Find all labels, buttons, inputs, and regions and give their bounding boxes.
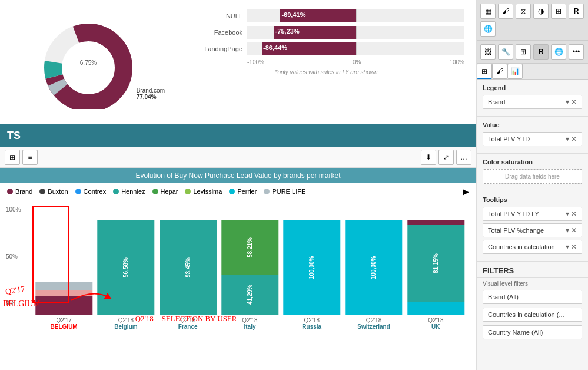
toolbar-btn-2[interactable]: ≡ bbox=[22, 150, 38, 165]
waterfall-chart: NULL-69,41%Facebook-75,23%LandingPage-86… bbox=[177, 0, 476, 124]
legend-title: Legend bbox=[483, 84, 582, 91]
legend-item: Henniez bbox=[113, 188, 145, 195]
bar-x-label: Q2'18 bbox=[118, 317, 134, 323]
bar-country-label: France bbox=[178, 323, 198, 330]
tooltips-section: Tooltips Total PLV YTD LY ▾ ✕ Total PLV … bbox=[477, 191, 588, 262]
legend-item: Buxton bbox=[39, 188, 68, 195]
rp-icon-globe[interactable]: 🌐 bbox=[480, 21, 496, 37]
bar-x-label: Q2'18 bbox=[242, 317, 257, 323]
tab-fields[interactable]: ⊞ bbox=[477, 64, 492, 79]
rp-icon-funnel[interactable]: ⧖ bbox=[516, 4, 531, 19]
axis-labels: -100% 0% 100% bbox=[188, 59, 464, 65]
chart-note: *only values with sales in LY are shown bbox=[188, 69, 464, 75]
waterfall-bar-row: NULL-69,41% bbox=[188, 9, 464, 22]
drag-area[interactable]: Drag data fields here bbox=[483, 169, 582, 184]
svg-text:6,75%: 6,75% bbox=[80, 60, 97, 66]
legend-item: Contrex bbox=[75, 188, 107, 195]
rp-icon-ellipsis[interactable]: ••• bbox=[569, 44, 584, 60]
total-plv-remove[interactable]: ▾ ✕ bbox=[566, 135, 577, 143]
bar-country-label: BELGIUM bbox=[51, 323, 78, 330]
tooltips-title: Tooltips bbox=[483, 196, 582, 203]
y-axis: 100% 50% 0% bbox=[6, 206, 21, 306]
main-chart: Evolution of Buy Now Purchase Lead Value… bbox=[0, 168, 476, 330]
bar-group: Q2'17BELGIUM bbox=[35, 220, 92, 330]
value-title: Value bbox=[483, 121, 582, 128]
filter-countries-calc[interactable]: Countries in calculation (... bbox=[483, 308, 582, 322]
right-panel: ▦ 🖌 ⧖ ◑ ⊞ R 🌐 🖼 🔧 ⊞ R 🌐 ••• ⊞ 🖌 📊 Legend… bbox=[476, 0, 588, 370]
rp-icon-rainbow[interactable]: ◑ bbox=[533, 4, 549, 19]
legend-item: PURE LIFE bbox=[264, 188, 305, 195]
chart-legend: BrandBuxtonContrexHenniezHeparLevissimaP… bbox=[0, 183, 476, 200]
total-plv-ytd-field[interactable]: Total PLV YTD ▾ ✕ bbox=[483, 132, 582, 146]
rp-icon-table[interactable]: ▦ bbox=[480, 4, 496, 19]
legend-item: Brand bbox=[7, 188, 32, 195]
chart-title: Evolution of Buy Now Purchase Lead Value… bbox=[0, 168, 476, 183]
bar-country-label: Russia bbox=[302, 323, 321, 330]
color-sat-section: Color saturation Drag data fields here bbox=[477, 154, 588, 191]
filter-country-name[interactable]: Country Name (All) bbox=[483, 325, 582, 339]
waterfall-bar-row: LandingPage-86,44% bbox=[188, 42, 464, 55]
bar-country-label: UK bbox=[431, 323, 440, 330]
filter-brand[interactable]: Brand (All) bbox=[483, 290, 582, 304]
bar-x-label: Q2'17 bbox=[56, 317, 71, 323]
legend-item: Levissima bbox=[185, 188, 222, 195]
rp-icon-R2[interactable]: R bbox=[533, 44, 549, 60]
bar-group: 100,00%Q2'18Russia bbox=[283, 220, 340, 330]
bars-area: 100% 50% 0% Q2'17BELGIUM56,58%Q2'18Belgi… bbox=[0, 200, 476, 330]
rp-tabs[interactable]: ⊞ 🖌 📊 bbox=[477, 64, 588, 80]
tab-format[interactable]: 🖌 bbox=[492, 64, 507, 79]
legend-item: Hepar bbox=[152, 188, 178, 195]
toolbar-expand[interactable]: ⤢ bbox=[438, 150, 454, 165]
bar-country-label: Belgium bbox=[114, 323, 137, 330]
donut-chart-area: 6,75% Brand.com 77,04% bbox=[0, 0, 177, 124]
tooltip-plv-pct[interactable]: Total PLV %change ▾ ✕ bbox=[483, 223, 582, 237]
rp-toolbar-top[interactable]: ▦ 🖌 ⧖ ◑ ⊞ R 🌐 bbox=[477, 0, 588, 41]
bar-group: 58,21%41,29%Q2'18Italy bbox=[221, 220, 278, 330]
tab-analytics[interactable]: 📊 bbox=[507, 64, 523, 79]
value-section: Value Total PLV YTD ▾ ✕ bbox=[477, 117, 588, 154]
bar-group: 100,00%Q2'18Switzerland bbox=[345, 220, 402, 330]
bar-country-label: Switzerland bbox=[357, 323, 390, 330]
bar-group: 81,15%Q2'18UK bbox=[407, 220, 464, 330]
rp-icon-img[interactable]: 🖼 bbox=[480, 44, 496, 60]
tooltip-countries-calc[interactable]: Countries in calculation ▾ ✕ bbox=[483, 240, 582, 254]
toolbar-download[interactable]: ⬇ bbox=[421, 150, 436, 165]
toolbar-more[interactable]: … bbox=[456, 150, 471, 165]
legend-scroll-right[interactable]: ▶ bbox=[463, 187, 469, 196]
tooltip-plv-pct-remove[interactable]: ▾ ✕ bbox=[566, 226, 577, 234]
donut-svg: 6,75% bbox=[29, 15, 147, 109]
rp-icon-paint[interactable]: 🖌 bbox=[498, 4, 513, 19]
donut-label: Brand.com 77,04% bbox=[137, 87, 165, 100]
color-sat-title: Color saturation bbox=[483, 158, 582, 166]
bar-x-label: Q2'18 bbox=[304, 317, 320, 323]
bar-x-label: Q2'18 bbox=[366, 317, 381, 323]
bar-x-label: Q2'18 bbox=[428, 317, 443, 323]
brand-field-remove[interactable]: ▾ ✕ bbox=[566, 98, 577, 106]
rp-icon-brush[interactable]: 🔧 bbox=[498, 44, 513, 60]
rp-icon-R[interactable]: R bbox=[569, 4, 584, 19]
rp-icon-globe2[interactable]: 🌐 bbox=[551, 44, 566, 60]
tooltip-plv-ly[interactable]: Total PLV YTD LY ▾ ✕ bbox=[483, 207, 582, 221]
toolbar-btn-1[interactable]: ⊞ bbox=[5, 150, 20, 165]
section-header: TS bbox=[0, 124, 476, 147]
rp-icon-hashtag[interactable]: ⊞ bbox=[516, 44, 531, 60]
bar-country-label: Italy bbox=[244, 323, 255, 330]
rp-icon-grid[interactable]: ⊞ bbox=[551, 4, 566, 19]
chart-toolbar[interactable]: ⊞ ≡ ⬇ ⤢ … bbox=[0, 147, 476, 168]
bar-group: 93,45%Q2'18France bbox=[160, 220, 217, 330]
brand-field[interactable]: Brand ▾ ✕ bbox=[483, 95, 582, 109]
bar-x-label: Q2'18 bbox=[180, 317, 195, 323]
rp-toolbar-row2[interactable]: 🖼 🔧 ⊞ R 🌐 ••• bbox=[477, 41, 588, 64]
bar-group: 56,58%Q2'18Belgium bbox=[97, 220, 154, 330]
filters-title: FILTERS bbox=[477, 262, 588, 278]
legend-item: Perrier bbox=[229, 188, 257, 195]
waterfall-bar-row: Facebook-75,23% bbox=[188, 26, 464, 39]
tooltip-countries-remove[interactable]: ▾ ✕ bbox=[566, 243, 577, 251]
visual-level-label: Visual level filters bbox=[477, 278, 588, 288]
tooltip-plv-ly-remove[interactable]: ▾ ✕ bbox=[566, 210, 577, 218]
legend-section: Legend Brand ▾ ✕ bbox=[477, 80, 588, 117]
